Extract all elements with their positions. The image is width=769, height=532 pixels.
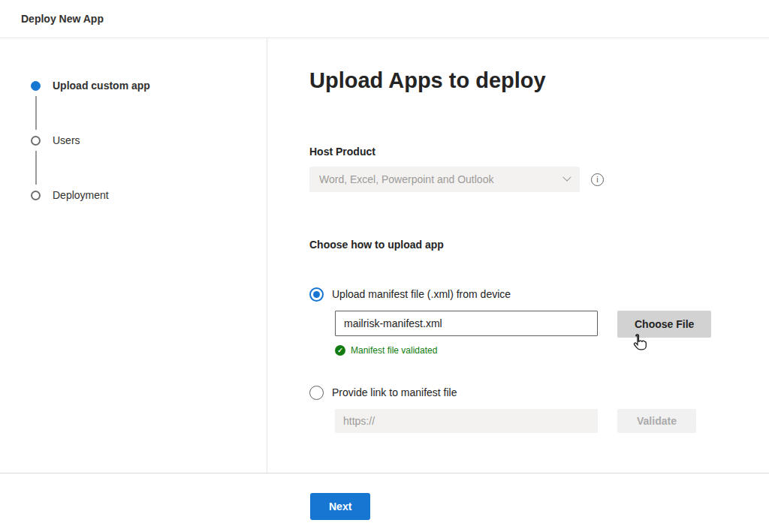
manifest-file-input[interactable] (335, 311, 598, 336)
radio-upload-from-device-label: Upload manifest file (.xml) from device (332, 288, 511, 300)
validation-status: ✓ Manifest file validated (335, 344, 769, 356)
radio-provide-link-label: Provide link to manifest file (332, 386, 457, 398)
info-icon[interactable]: i (591, 173, 604, 186)
dialog-title: Deploy New App (21, 13, 104, 25)
validation-message: Manifest file validated (351, 345, 437, 356)
radio-selected-icon[interactable] (309, 287, 324, 302)
dialog-header: Deploy New App (0, 0, 769, 38)
main-panel: Upload Apps to deploy Host Product Word,… (267, 38, 769, 473)
manifest-link-input[interactable] (335, 409, 598, 433)
wizard-step-label: Users (53, 134, 80, 146)
step-indicator-active-icon (31, 81, 41, 91)
radio-dot (313, 291, 320, 298)
host-product-label: Host Product (309, 146, 769, 158)
wizard-step-users[interactable]: Users (31, 134, 267, 146)
step-indicator-pending-icon (31, 136, 41, 146)
choose-file-button[interactable]: Choose File (617, 311, 711, 338)
upload-method-label: Choose how to upload app (309, 239, 769, 251)
step-indicator-pending-icon (31, 191, 41, 200)
page-title: Upload Apps to deploy (309, 68, 769, 93)
manifest-file-row: Choose File (335, 311, 769, 338)
host-product-row: Word, Excel, Powerpoint and Outlook i (309, 167, 769, 192)
radio-provide-link[interactable]: Provide link to manifest file (309, 385, 769, 400)
content-area: Upload custom app Users Deployment Uploa… (0, 38, 769, 473)
radio-unselected-icon[interactable] (309, 386, 324, 400)
step-connector-line (35, 151, 37, 185)
manifest-link-row: Validate (335, 409, 769, 433)
radio-upload-from-device[interactable]: Upload manifest file (.xml) from device (309, 287, 769, 302)
next-button[interactable]: Next (310, 493, 370, 520)
wizard-sidebar: Upload custom app Users Deployment (0, 38, 267, 473)
host-product-selected-value: Word, Excel, Powerpoint and Outlook (319, 173, 493, 185)
wizard-step-label: Deployment (53, 189, 109, 201)
dialog-footer: Next (0, 473, 769, 531)
chevron-down-icon (562, 173, 571, 182)
host-product-dropdown[interactable]: Word, Excel, Powerpoint and Outlook (309, 167, 580, 192)
wizard-step-upload-custom-app[interactable]: Upload custom app (31, 80, 267, 92)
wizard-step-label: Upload custom app (53, 80, 150, 92)
validate-button[interactable]: Validate (617, 409, 696, 433)
check-circle-icon: ✓ (335, 345, 345, 356)
step-connector-line (35, 96, 37, 130)
wizard-step-deployment[interactable]: Deployment (31, 189, 267, 201)
